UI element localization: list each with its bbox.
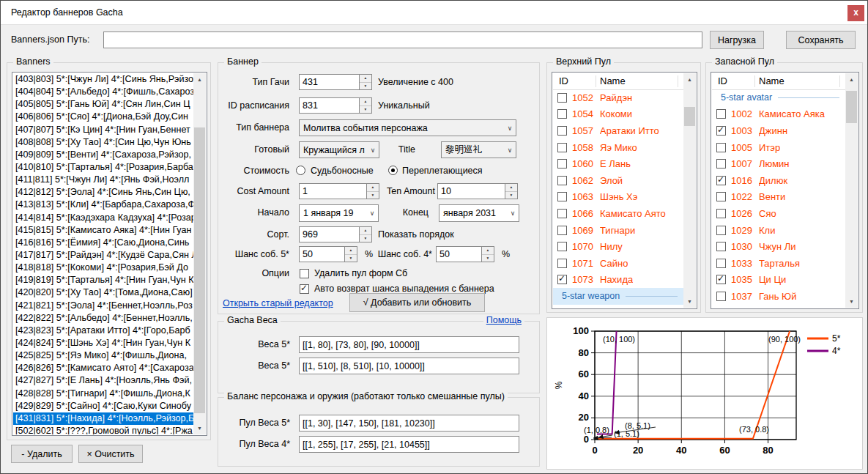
pool-row[interactable]: 1030Чжун Ли bbox=[712, 238, 845, 255]
gacha-type-spinner[interactable]: ▴▾ bbox=[360, 74, 372, 90]
pool-checkbox[interactable] bbox=[557, 242, 567, 251]
pool-row[interactable]: 1062Элой bbox=[553, 172, 683, 189]
banner-list-item[interactable]: [424|824] 5*:[Шэнь Хэ] 4*:[Нин Гуан,Чун … bbox=[13, 337, 193, 349]
scroll-down-icon[interactable]: ▼ bbox=[193, 422, 206, 434]
sort-spinner[interactable]: ▴▾ bbox=[360, 226, 372, 242]
pool-row[interactable]: 1063Шэнь Хэ bbox=[553, 189, 683, 206]
prefab-select[interactable]: Кружащийся л ∨ bbox=[299, 141, 379, 158]
pool-row[interactable]: 1070Нилу bbox=[553, 238, 683, 255]
scroll-thumb[interactable] bbox=[684, 107, 695, 126]
banner-list-item[interactable]: [428|828] 5*:[Тигнари] 4*:[Фишль,Диона,К bbox=[13, 388, 193, 400]
pool-row[interactable]: 1029Кли bbox=[712, 222, 845, 239]
banner-list-item[interactable]: [419|819] 5*:[Тарталья] 4*:[Нин Гуан,Чун… bbox=[13, 274, 193, 286]
banner-type-select[interactable]: Молитва события персонажа ∨ bbox=[299, 119, 516, 136]
pool-row[interactable]: 1038Альбедо bbox=[712, 305, 845, 308]
pool-row[interactable]: 1069Тигнари bbox=[553, 222, 683, 239]
pool-checkbox[interactable] bbox=[716, 192, 726, 201]
ten-amount-spinner[interactable]: ▴▾ bbox=[505, 183, 518, 199]
pool-row[interactable]: 1054Кокоми bbox=[553, 106, 683, 123]
pool-checkbox[interactable] bbox=[716, 259, 726, 268]
title-select[interactable]: 黎明巡礼 ∨ bbox=[441, 141, 516, 158]
upper-pool-scrollbar[interactable]: ▲ ▼ bbox=[683, 73, 696, 308]
pool-row[interactable]: 1057Аратаки Итто bbox=[553, 122, 683, 139]
schedule-id-spinner[interactable]: ▴▾ bbox=[360, 97, 372, 114]
fallback-pool-scrollbar[interactable]: ▲ ▼ bbox=[845, 73, 858, 308]
banner-list-item[interactable]: [411|811] 5*:[Чжун Ли] 4*:[Янь Фэй,Ноэлл bbox=[13, 174, 193, 186]
scroll-up-icon[interactable]: ▲ bbox=[683, 73, 696, 86]
scroll-thumb[interactable] bbox=[846, 91, 857, 123]
banner-list-item[interactable]: [407|807] 5*:[Кэ Цин] 4*:[Нин Гуан,Бенне… bbox=[13, 124, 193, 136]
help-link[interactable]: Помощь bbox=[483, 315, 524, 325]
path-input[interactable] bbox=[103, 32, 702, 48]
chance4-spinner[interactable]: ▴▾ bbox=[482, 246, 494, 262]
weights4-input[interactable] bbox=[299, 358, 519, 374]
pool-checkbox[interactable] bbox=[557, 192, 567, 201]
pool-row[interactable]: 1022Венти bbox=[712, 189, 845, 206]
banner-list-item[interactable]: [418|818] 5*:[Кокоми] 4*:[Розария,Бэй До bbox=[13, 262, 193, 274]
banner-list-item[interactable]: [412|812] 5*:[Эола] 4*:[Синь Янь,Син Цю, bbox=[13, 186, 193, 199]
banner-list-item[interactable]: [416|816] 5*:[Ёимия] 4*:[Саю,Диона,Синь bbox=[13, 237, 193, 249]
banner-list-item[interactable]: [426|826] 5*:[Камисато Аято] 4*:[Сахароз… bbox=[13, 362, 193, 374]
weights5-input[interactable] bbox=[299, 336, 519, 353]
banner-list-item[interactable]: [410|810] 5*:[Тарталья] 4*:[Розария,Барб… bbox=[13, 161, 193, 174]
banner-list-item[interactable]: [417|817] 5*:[Райдэн] 4*:[Кудзё Сара,Сян… bbox=[13, 249, 193, 262]
pool-checkbox[interactable] bbox=[557, 226, 567, 235]
pool-checkbox[interactable] bbox=[716, 209, 726, 218]
begin-date-select[interactable]: 1 января 19 ∨ bbox=[299, 204, 379, 222]
pool-row[interactable]: 1060Е Лань bbox=[553, 155, 683, 172]
pool-weights4-input[interactable] bbox=[299, 436, 519, 453]
cost-radio-fateful[interactable] bbox=[296, 166, 305, 175]
banner-list-item[interactable]: [420|820] 5*:[Ху Тао] 4*:[Тома,Диона,Саю… bbox=[13, 286, 193, 299]
ten-amount-input[interactable] bbox=[437, 183, 505, 199]
banners-scrollbar[interactable]: ▲ ▼ bbox=[193, 73, 206, 434]
pool-checkbox[interactable] bbox=[716, 143, 726, 152]
pool-checkbox[interactable] bbox=[557, 209, 567, 218]
pool-checkbox[interactable] bbox=[557, 109, 567, 119]
pool-checkbox[interactable] bbox=[557, 275, 567, 284]
pool-row[interactable]: 1005Итэр bbox=[712, 139, 845, 156]
pool-checkbox[interactable] bbox=[716, 226, 726, 235]
pool-checkbox[interactable] bbox=[557, 159, 567, 169]
scroll-down-icon[interactable]: ▼ bbox=[845, 295, 858, 308]
pool-checkbox[interactable] bbox=[716, 176, 726, 185]
pool-row[interactable]: 1071Сайно bbox=[553, 255, 683, 272]
banner-list-item[interactable]: [408|808] 5*:[Ху Тао] 4*:[Син Цю,Чун Юнь bbox=[13, 136, 193, 149]
pool-checkbox[interactable] bbox=[557, 143, 567, 152]
delete-banner-button[interactable]: - Удалить bbox=[11, 445, 73, 463]
pool-checkbox[interactable] bbox=[716, 126, 726, 136]
banner-list-item[interactable]: [502|602] 5*:[???,Громовой пульс] 4*:[Рж… bbox=[13, 425, 193, 434]
pool-row[interactable]: 1066Камисато Аято bbox=[553, 205, 683, 222]
pool-checkbox[interactable] bbox=[557, 126, 567, 136]
save-button[interactable]: Сохранять bbox=[786, 31, 856, 49]
pool-checkbox[interactable] bbox=[716, 275, 726, 284]
banner-list-item[interactable]: [404|804] 5*:[Альбедо] 4*:[Фишль,Сахароз bbox=[13, 86, 193, 98]
pool-checkbox[interactable] bbox=[557, 259, 567, 268]
chance5-spinner[interactable]: ▴▾ bbox=[345, 246, 357, 262]
chance5-input[interactable] bbox=[299, 246, 345, 262]
cost-radio-intertwined[interactable] bbox=[388, 166, 398, 175]
pool-weights5-input[interactable] bbox=[299, 415, 519, 432]
pool-row[interactable]: 1002Камисато Аяка bbox=[712, 106, 845, 123]
pool-row[interactable]: 1033Тарталья bbox=[712, 255, 845, 272]
pool-row[interactable]: 1007Люмин bbox=[712, 155, 845, 172]
chance4-input[interactable] bbox=[436, 246, 482, 262]
pool-checkbox[interactable] bbox=[557, 93, 567, 103]
sort-input[interactable] bbox=[299, 226, 360, 242]
scroll-up-icon[interactable]: ▲ bbox=[193, 73, 206, 86]
apply-button[interactable]: √ Добавить или обновить bbox=[349, 293, 485, 312]
pool-row[interactable]: 1058Яэ Мико bbox=[553, 139, 683, 156]
banner-list-item[interactable]: [431|831] 5*:[Нахида] 4*:[Ноэлль,Рэйзор,… bbox=[13, 412, 193, 425]
banner-list-item[interactable]: [421|821] 5*:[Эола] 4*:[Беннет,Ноэлль,Ро… bbox=[13, 300, 193, 312]
auto-return-checkbox[interactable] bbox=[300, 284, 309, 294]
pool-row[interactable]: 1016Дилюк bbox=[712, 172, 845, 189]
banner-list-item[interactable]: [403|803] 5*:[Чжун Ли] 4*:[Синь Янь,Рэйз… bbox=[13, 73, 193, 86]
pool-checkbox[interactable] bbox=[716, 159, 726, 169]
load-button[interactable]: Нагрузка bbox=[710, 31, 764, 49]
remove-pool-checkbox[interactable] bbox=[300, 269, 309, 278]
clear-banners-button[interactable]: × Очистить bbox=[78, 445, 143, 463]
banner-list-item[interactable]: [414|814] 5*:[Каэдэхара Кадзуха] 4*:[Роз… bbox=[13, 212, 193, 224]
banner-list-item[interactable]: [413|813] 5*:[Кли] 4*:[Барбара,Сахароза,… bbox=[13, 199, 193, 211]
end-date-select[interactable]: января 2031 ∨ bbox=[439, 204, 519, 222]
cost-amount-input[interactable] bbox=[299, 183, 367, 199]
open-old-editor-link[interactable]: Открыть старый редактор bbox=[223, 298, 333, 308]
